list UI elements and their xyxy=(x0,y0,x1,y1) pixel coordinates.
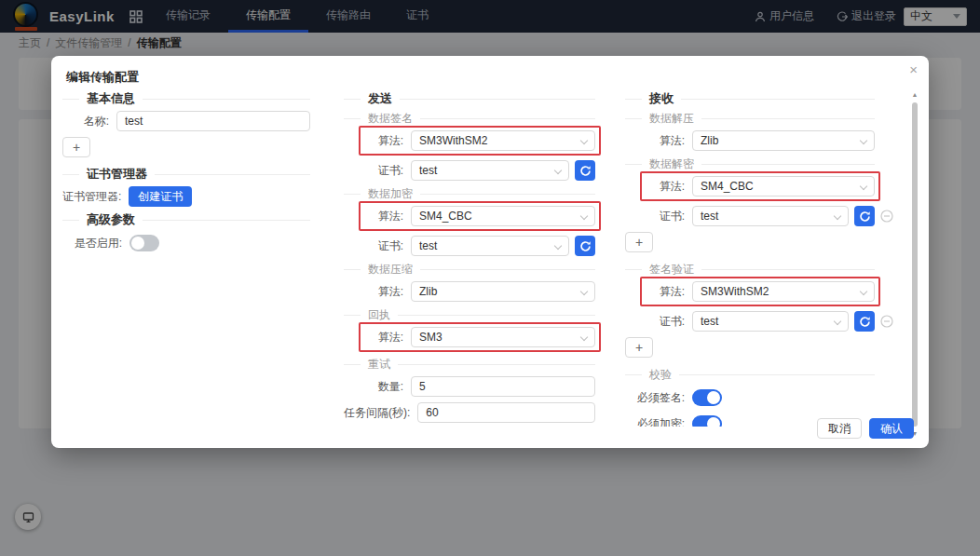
retry-count-input-wrap xyxy=(411,376,595,397)
section-signature-verify: 签名验证 xyxy=(625,262,875,277)
refresh-icon xyxy=(859,210,871,223)
create-cert-button[interactable]: 创建证书 xyxy=(129,186,192,207)
send-sign-cert-select[interactable]: test xyxy=(411,160,569,181)
section-data-decryption: 数据解密 xyxy=(625,156,875,171)
send-compress-algo-select[interactable]: Zlib xyxy=(411,281,595,302)
section-send: 发送 xyxy=(344,91,595,106)
algo-label: 算法: xyxy=(344,133,403,149)
add-decrypt-button[interactable]: + xyxy=(625,232,653,252)
refresh-button[interactable] xyxy=(854,206,875,226)
chevron-down-icon xyxy=(860,183,867,190)
scrollbar-thumb[interactable] xyxy=(912,102,918,427)
send-encrypt-cert-row: 证书: test xyxy=(344,236,595,256)
enable-row: 是否启用: xyxy=(62,232,310,254)
recv-verify-cert-row: 证书: test xyxy=(625,311,875,332)
section-receipt: 回执 xyxy=(344,307,595,322)
cancel-button[interactable]: 取消 xyxy=(817,418,862,439)
cert-label: 证书: xyxy=(344,163,403,179)
confirm-button[interactable]: 确认 xyxy=(869,418,914,439)
recv-decrypt-algo-row: 算法: SM4_CBC xyxy=(625,176,875,197)
must-sign-toggle[interactable] xyxy=(692,389,722,406)
cert-manager-row: 证书管理器: 创建证书 xyxy=(62,186,310,207)
section-data-signature: 数据签名 xyxy=(344,111,595,126)
recv-verify-cert-select[interactable]: test xyxy=(692,311,849,332)
chevron-down-icon xyxy=(580,137,588,144)
send-sign-cert-row: 证书: test xyxy=(344,160,595,181)
section-data-compression: 数据压缩 xyxy=(344,262,595,277)
receive-column: 接收 数据解压 算法: Zlib 数据解密 算法: SM4_CBC 证书: te… xyxy=(625,91,875,427)
algo-label: 算法: xyxy=(344,330,403,346)
interval-label: 任务间隔(秒): xyxy=(344,405,410,421)
algo-label: 算法: xyxy=(625,284,685,300)
algo-label: 算法: xyxy=(344,284,403,300)
refresh-icon xyxy=(579,240,592,252)
send-sign-algo-select[interactable]: SM3WithSM2 xyxy=(411,130,595,151)
algo-label: 算法: xyxy=(344,209,403,224)
name-label: 名称: xyxy=(62,114,109,129)
refresh-button[interactable] xyxy=(854,311,875,332)
modal-title: 编辑传输配置 xyxy=(66,69,139,86)
retry-count-row: 数量: xyxy=(344,376,595,397)
recv-decrypt-cert-row: 证书: test xyxy=(625,206,875,226)
receipt-algo-row: 算法: SM3 xyxy=(344,327,595,347)
section-advanced-params: 高级参数 xyxy=(62,212,310,227)
must-sign-row: 必须签名: xyxy=(625,386,875,409)
must-encrypt-toggle[interactable] xyxy=(692,415,722,427)
section-cert-manager: 证书管理器 xyxy=(62,167,310,182)
section-basic-info: 基本信息 xyxy=(62,91,310,106)
modal-scrollbar[interactable]: ▲ ▼ xyxy=(910,91,919,438)
recv-decrypt-cert-select[interactable]: test xyxy=(692,206,849,226)
modal-footer: 取消 确认 xyxy=(817,418,914,439)
cert-label: 证书: xyxy=(344,238,403,254)
chevron-down-icon xyxy=(580,288,588,295)
chevron-down-icon xyxy=(580,333,588,341)
chevron-down-icon xyxy=(554,242,562,250)
algo-label: 算法: xyxy=(625,133,685,149)
remove-item-icon[interactable] xyxy=(880,315,893,328)
must-encrypt-label: 必须加密: xyxy=(625,416,685,427)
recv-decrypt-algo-select[interactable]: SM4_CBC xyxy=(692,176,875,197)
section-receive: 接收 xyxy=(625,91,875,106)
retry-count-input[interactable] xyxy=(419,380,587,393)
refresh-icon xyxy=(859,316,871,328)
refresh-button[interactable] xyxy=(575,236,595,256)
chevron-down-icon xyxy=(860,137,867,144)
name-input[interactable] xyxy=(125,115,302,128)
chevron-down-icon xyxy=(580,212,588,220)
basic-column: 基本信息 名称: + 证书管理器 证书管理器: 创建证书 高级参数 是否启用: xyxy=(62,91,310,427)
recv-verify-algo-row: 算法: SM3WithSM2 xyxy=(625,281,875,302)
interval-input-wrap xyxy=(417,402,595,423)
chevron-down-icon xyxy=(834,212,841,220)
chevron-down-icon xyxy=(834,318,841,325)
name-row: 名称: xyxy=(62,111,310,131)
close-icon[interactable]: × xyxy=(909,62,918,76)
recv-decompress-algo-select[interactable]: Zlib xyxy=(692,130,875,151)
add-verify-button[interactable]: + xyxy=(625,337,653,358)
send-encrypt-algo-row: 算法: SM4_CBC xyxy=(344,206,595,226)
interval-row: 任务间隔(秒): xyxy=(344,402,595,423)
cert-manager-label: 证书管理器: xyxy=(62,189,121,205)
interval-input[interactable] xyxy=(426,406,587,419)
scroll-up-arrow-icon[interactable]: ▲ xyxy=(911,91,919,99)
chevron-down-icon xyxy=(860,288,867,295)
section-retry: 重试 xyxy=(344,357,595,372)
screen: EasyLink 传输记录 传输配置 传输路由 证书 用户信息 退出登录 中文 xyxy=(0,0,980,556)
refresh-icon xyxy=(579,165,592,177)
send-encrypt-cert-select[interactable]: test xyxy=(411,236,569,256)
enable-toggle[interactable] xyxy=(129,235,159,251)
algo-label: 算法: xyxy=(625,179,685,195)
remove-item-icon[interactable] xyxy=(880,210,893,223)
section-check: 校验 xyxy=(625,367,875,382)
receipt-algo-select[interactable]: SM3 xyxy=(411,327,595,347)
must-sign-label: 必须签名: xyxy=(625,390,685,406)
recv-decompress-algo-row: 算法: Zlib xyxy=(625,130,875,151)
cert-label: 证书: xyxy=(625,209,685,224)
send-encrypt-algo-select[interactable]: SM4_CBC xyxy=(411,206,595,226)
enable-label: 是否启用: xyxy=(62,236,122,251)
recv-verify-algo-select[interactable]: SM3WithSM2 xyxy=(692,281,875,302)
add-basic-button[interactable]: + xyxy=(62,137,90,157)
modal-body: 基本信息 名称: + 证书管理器 证书管理器: 创建证书 高级参数 是否启用: xyxy=(62,91,903,427)
send-column: 发送 数据签名 算法: SM3WithSM2 证书: test 数据加密 算法:… xyxy=(344,91,595,427)
send-sign-algo-row: 算法: SM3WithSM2 xyxy=(344,130,595,151)
refresh-button[interactable] xyxy=(575,160,595,181)
